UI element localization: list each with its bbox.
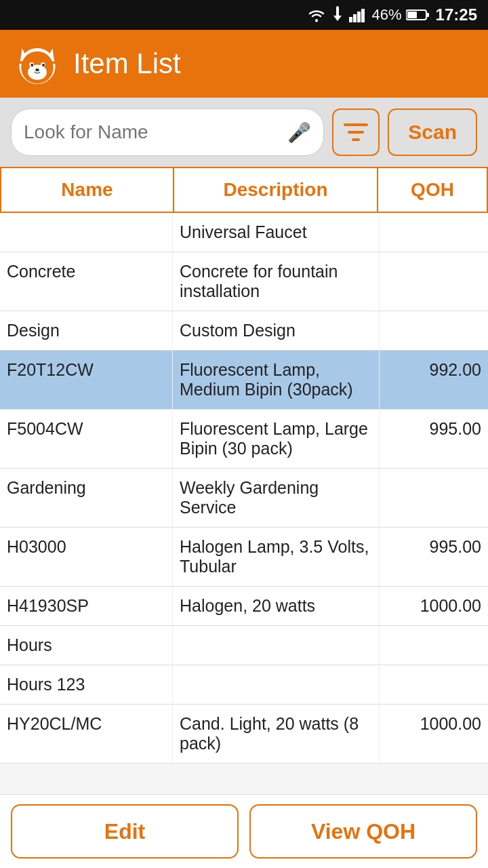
table-row[interactable]: Gardening Weekly Gardening Service bbox=[0, 469, 488, 528]
signal-icon bbox=[349, 7, 368, 22]
svg-point-0 bbox=[315, 19, 318, 22]
cell-name: Gardening bbox=[0, 469, 173, 527]
item-table: Name Description QOH Universal Faucet Co… bbox=[0, 167, 488, 764]
status-icons: 46% 17:25 bbox=[307, 5, 477, 24]
header-name[interactable]: Name bbox=[1, 168, 174, 212]
table-row[interactable]: F5004CW Fluorescent Lamp, Large Bipin (3… bbox=[0, 410, 488, 469]
footer: Edit View QOH bbox=[0, 794, 488, 868]
table-header: Name Description QOH bbox=[0, 167, 488, 213]
filter-icon bbox=[344, 122, 368, 142]
svg-rect-6 bbox=[361, 9, 365, 22]
header-description[interactable]: Description bbox=[174, 168, 378, 212]
cell-name bbox=[0, 213, 173, 252]
wifi-icon bbox=[307, 7, 326, 22]
cell-description: Concrete for fountain installation bbox=[173, 252, 380, 311]
svg-rect-22 bbox=[344, 123, 368, 126]
table-body: Universal Faucet Concrete Concrete for f… bbox=[0, 213, 488, 764]
header-title: Item List bbox=[73, 47, 181, 80]
svg-rect-3 bbox=[349, 17, 352, 22]
svg-rect-23 bbox=[348, 131, 364, 134]
cell-description: Halogen Lamp, 3.5 Volts, Tubular bbox=[173, 528, 380, 586]
svg-point-20 bbox=[42, 64, 45, 66]
cell-name: H41930SP bbox=[0, 587, 173, 625]
cell-description: Fluorescent Lamp, Large Bipin (30 pack) bbox=[173, 410, 380, 468]
table-row[interactable]: HY20CL/MC Cand. Light, 20 watts (8 pack)… bbox=[0, 705, 488, 764]
svg-point-19 bbox=[30, 64, 33, 66]
svg-point-21 bbox=[35, 68, 39, 71]
table-row[interactable]: Concrete Concrete for fountain installat… bbox=[0, 252, 488, 311]
svg-marker-2 bbox=[333, 16, 342, 21]
cell-name: H03000 bbox=[0, 528, 173, 586]
filter-button[interactable] bbox=[332, 108, 380, 156]
cell-description bbox=[173, 626, 380, 665]
microphone-icon[interactable]: 🎤 bbox=[287, 121, 311, 144]
cell-description: Cand. Light, 20 watts (8 pack) bbox=[173, 705, 380, 763]
cell-qoh bbox=[380, 252, 488, 311]
table-row[interactable]: Universal Faucet bbox=[0, 213, 488, 252]
search-input[interactable] bbox=[24, 121, 287, 143]
cell-name: Hours bbox=[0, 626, 173, 665]
cell-name: HY20CL/MC bbox=[0, 705, 173, 763]
cell-name: F5004CW bbox=[0, 410, 173, 468]
cell-description: Weekly Gardening Service bbox=[173, 469, 380, 527]
view-qoh-button[interactable]: View QOH bbox=[249, 804, 477, 859]
battery-icon bbox=[406, 9, 429, 21]
search-input-wrapper[interactable]: 🎤 bbox=[11, 108, 324, 156]
table-row[interactable]: Hours 123 bbox=[0, 665, 488, 705]
edit-button[interactable]: Edit bbox=[11, 804, 239, 859]
battery-level: 46% bbox=[372, 6, 402, 24]
cell-qoh bbox=[380, 469, 488, 527]
cell-qoh: 995.00 bbox=[380, 410, 488, 468]
svg-rect-4 bbox=[353, 14, 357, 22]
svg-rect-8 bbox=[426, 13, 429, 17]
search-bar: 🎤 Scan bbox=[0, 98, 488, 167]
svg-rect-5 bbox=[357, 12, 361, 22]
header-qoh[interactable]: QOH bbox=[378, 168, 487, 212]
cell-name: F20T12CW bbox=[0, 351, 173, 409]
table-row[interactable]: F20T12CW Fluorescent Lamp, Medium Bipin … bbox=[0, 351, 488, 410]
cell-name: Hours 123 bbox=[0, 665, 173, 704]
cell-description: Custom Design bbox=[173, 311, 380, 350]
table-row[interactable]: H03000 Halogen Lamp, 3.5 Volts, Tubular … bbox=[0, 528, 488, 587]
table-row[interactable]: Design Custom Design bbox=[0, 311, 488, 351]
cell-description: Fluorescent Lamp, Medium Bipin (30pack) bbox=[173, 351, 380, 409]
app-logo bbox=[14, 40, 61, 87]
cell-qoh: 992.00 bbox=[380, 351, 488, 409]
cell-description bbox=[173, 665, 380, 704]
table-row[interactable]: H41930SP Halogen, 20 watts 1000.00 bbox=[0, 587, 488, 626]
cell-qoh bbox=[380, 665, 488, 704]
status-bar: 46% 17:25 bbox=[0, 0, 488, 30]
cell-qoh: 1000.00 bbox=[380, 587, 488, 625]
cell-qoh: 1000.00 bbox=[380, 705, 488, 763]
svg-point-16 bbox=[28, 64, 47, 79]
cell-qoh: 995.00 bbox=[380, 528, 488, 586]
usb-icon bbox=[330, 6, 345, 24]
cell-name: Concrete bbox=[0, 252, 173, 311]
app-header: Item List bbox=[0, 30, 488, 98]
cell-description: Halogen, 20 watts bbox=[173, 587, 380, 625]
cell-qoh bbox=[380, 213, 488, 252]
cell-qoh bbox=[380, 311, 488, 350]
svg-rect-24 bbox=[352, 138, 360, 141]
time-display: 17:25 bbox=[436, 5, 477, 24]
cell-qoh bbox=[380, 626, 488, 665]
scan-button[interactable]: Scan bbox=[388, 108, 477, 156]
svg-rect-9 bbox=[407, 12, 417, 18]
cell-description: Universal Faucet bbox=[173, 213, 380, 252]
cell-name: Design bbox=[0, 311, 173, 350]
table-row[interactable]: Hours bbox=[0, 626, 488, 665]
